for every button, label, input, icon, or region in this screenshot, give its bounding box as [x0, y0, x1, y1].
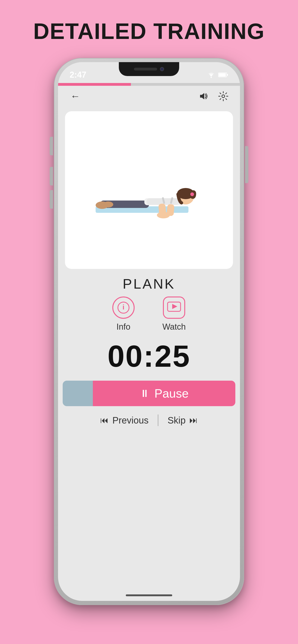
nav-divider [158, 414, 158, 426]
previous-icon: ⏮ [100, 416, 109, 425]
sound-button[interactable] [197, 90, 210, 103]
previous-label: Previous [112, 415, 149, 426]
watch-icon-container [163, 296, 185, 319]
plank-illustration [82, 158, 216, 222]
home-indicator [126, 594, 172, 596]
exercise-card [65, 111, 233, 269]
settings-button[interactable] [217, 90, 230, 103]
svg-line-17 [163, 198, 164, 203]
svg-point-16 [157, 212, 170, 218]
progress-bar-container [58, 83, 240, 86]
settings-icon [218, 91, 228, 101]
svg-marker-22 [172, 304, 177, 309]
watch-label: Watch [162, 322, 186, 332]
pause-label: Pause [154, 386, 188, 400]
phone-shell: 2:47 [54, 58, 244, 605]
prev-indicator [63, 381, 93, 406]
status-time: 2:47 [70, 70, 86, 80]
watch-button[interactable]: Watch [162, 296, 186, 332]
sound-icon [198, 91, 208, 101]
battery-icon [218, 72, 228, 78]
phone-screen: 2:47 [58, 62, 240, 601]
back-button[interactable]: ← [68, 89, 82, 103]
notch-camera [160, 67, 164, 71]
svg-rect-3 [227, 74, 228, 76]
watch-icon [167, 302, 181, 314]
timer-display: 00:25 [58, 339, 240, 374]
pause-area: ⏸ Pause [63, 381, 235, 406]
exercise-name: PLANK [58, 276, 240, 292]
nav-right-icons [197, 90, 230, 103]
notch-speaker [134, 68, 157, 70]
nav-bar: ← [58, 86, 240, 107]
back-arrow-icon: ← [70, 91, 80, 102]
svg-point-0 [211, 77, 212, 78]
info-icon: i [117, 302, 130, 314]
svg-point-13 [190, 192, 194, 196]
pause-icon: ⏸ [139, 388, 150, 399]
notch [119, 62, 179, 76]
svg-point-8 [103, 202, 113, 208]
skip-button[interactable]: Skip ⏭ [161, 415, 205, 426]
info-button[interactable]: i Info [112, 296, 135, 332]
bottom-nav: ⏮ Previous Skip ⏭ [58, 414, 240, 426]
previous-button[interactable]: ⏮ Previous [93, 415, 155, 426]
info-label: Info [117, 322, 130, 332]
svg-rect-2 [219, 73, 226, 76]
progress-bar-fill [58, 83, 131, 86]
skip-label: Skip [168, 415, 186, 426]
action-buttons: i Info Watch [58, 296, 240, 332]
pause-button[interactable]: ⏸ Pause [93, 381, 235, 406]
page-title: DETAILED TRAINING [33, 18, 265, 44]
info-icon-container: i [112, 296, 135, 319]
status-icons [207, 72, 228, 78]
svg-text:i: i [122, 303, 124, 311]
svg-line-18 [171, 198, 172, 203]
exercise-illustration [73, 127, 225, 253]
wifi-icon [207, 72, 215, 78]
svg-point-4 [222, 95, 225, 98]
skip-icon: ⏭ [189, 416, 198, 425]
